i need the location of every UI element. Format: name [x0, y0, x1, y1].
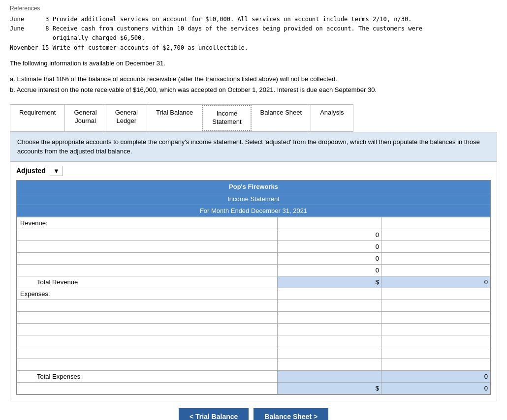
tab-trial-balance[interactable]: Trial Balance: [147, 105, 202, 131]
final-row: $ 0: [17, 382, 490, 394]
table-row: 0: [17, 240, 490, 252]
journal-entry-2b: originally charged $6,500.: [10, 33, 497, 43]
tab-income-statement[interactable]: Income Statement: [202, 105, 251, 131]
total-expenses-row: Total Expenses 0: [17, 370, 490, 382]
expenses-section-row: Expenses:: [17, 288, 490, 300]
note-b: b. Accrue interest on the note receivabl…: [10, 85, 497, 95]
adjusted-dropdown[interactable]: ▼: [50, 166, 63, 176]
table-row: 0: [17, 252, 490, 264]
revenue-section-row: Revenue:: [17, 217, 490, 229]
expense-amt-6: [277, 359, 381, 370]
following-info: The following information is available o…: [10, 60, 497, 67]
expense-total-6: [381, 359, 490, 370]
instruction-box: Choose the appropriate accounts to compl…: [10, 132, 497, 162]
expense-total-2: [381, 311, 490, 323]
expense-amt-4: [277, 335, 381, 347]
expense-total-3: [381, 323, 490, 335]
total-revenue-row: Total Revenue $ 0: [17, 276, 490, 288]
income-statement-table: Revenue: 0 0 0 0: [17, 217, 490, 394]
tab-requirement[interactable]: Requirement: [10, 105, 65, 131]
statement-wrapper: Pop's Fireworks Income Statement For Mon…: [16, 180, 491, 395]
tab-general-journal[interactable]: General Journal: [65, 105, 106, 131]
tab-balance-sheet[interactable]: Balance Sheet: [252, 105, 312, 131]
total-revenue-dollar: $: [277, 276, 381, 288]
adjusted-row: Adjusted ▼: [10, 162, 497, 180]
expenses-header-total: [381, 288, 490, 300]
expenses-label: Expenses:: [17, 288, 278, 300]
tab-general-ledger[interactable]: General Ledger: [106, 105, 147, 131]
final-dollar: $: [277, 382, 381, 394]
main-content: Choose the appropriate accounts to compl…: [10, 132, 497, 401]
revenue-total-2: [381, 240, 490, 252]
table-row: [17, 347, 490, 359]
revenue-name-3[interactable]: [17, 252, 278, 264]
table-row: [17, 359, 490, 370]
expense-name-5[interactable]: [17, 347, 278, 359]
expense-total-4: [381, 335, 490, 347]
total-expenses-label: Total Expenses: [17, 370, 278, 382]
table-row: 0: [17, 264, 490, 276]
journal-entry-1: June 3 Provide additional services on ac…: [10, 15, 497, 24]
table-row: [17, 311, 490, 323]
statement-period: For Month Ended December 31, 2021: [17, 205, 490, 217]
total-expenses-amt: [277, 370, 381, 382]
revenue-header-amt: [277, 217, 381, 229]
total-revenue-value: 0: [381, 276, 490, 288]
expense-name-6[interactable]: [17, 359, 278, 370]
table-row: [17, 323, 490, 335]
note-a: a. Estimate that 10% of the balance of a…: [10, 74, 497, 85]
expense-name-2[interactable]: [17, 311, 278, 323]
next-button[interactable]: Balance Sheet >: [254, 408, 328, 420]
statement-title: Income Statement: [17, 193, 490, 205]
tabs-container: Requirement General Journal General Ledg…: [10, 104, 353, 132]
revenue-name-2[interactable]: [17, 240, 278, 252]
expense-total-1: [381, 300, 490, 311]
journal-entries: June 3 Provide additional services on ac…: [10, 15, 497, 53]
journal-entry-2: June 8 Receive cash from customers withi…: [10, 24, 497, 33]
bottom-nav: < Trial Balance Balance Sheet >: [10, 408, 497, 420]
chevron-down-icon: ▼: [53, 167, 60, 175]
revenue-name-1[interactable]: [17, 229, 278, 240]
expenses-header-amt: [277, 288, 381, 300]
expense-name-1[interactable]: [17, 300, 278, 311]
adjusted-label: Adjusted: [16, 167, 46, 175]
final-value: 0: [381, 382, 490, 394]
revenue-amt-1: 0: [277, 229, 381, 240]
table-row: 0: [17, 229, 490, 240]
table-row: [17, 300, 490, 311]
expense-amt-3: [277, 323, 381, 335]
table-row: [17, 335, 490, 347]
revenue-total-3: [381, 252, 490, 264]
references-label: References: [10, 5, 497, 12]
company-name: Pop's Fireworks: [17, 180, 490, 193]
notes: a. Estimate that 10% of the balance of a…: [10, 74, 497, 95]
final-label[interactable]: [17, 382, 278, 394]
total-revenue-label: Total Revenue: [17, 276, 278, 288]
total-expenses-value: 0: [381, 370, 490, 382]
tab-analysis[interactable]: Analysis: [311, 105, 352, 131]
expense-amt-2: [277, 311, 381, 323]
revenue-amt-4: 0: [277, 264, 381, 276]
expense-amt-1: [277, 300, 381, 311]
expense-name-4[interactable]: [17, 335, 278, 347]
revenue-name-4[interactable]: [17, 264, 278, 276]
revenue-label: Revenue:: [17, 217, 278, 229]
prev-button[interactable]: < Trial Balance: [179, 408, 249, 420]
expense-amt-5: [277, 347, 381, 359]
revenue-amt-2: 0: [277, 240, 381, 252]
revenue-total-1: [381, 229, 490, 240]
revenue-amt-3: 0: [277, 252, 381, 264]
journal-entry-3: November 15 Write off customer accounts …: [10, 43, 497, 53]
revenue-header-total: [381, 217, 490, 229]
revenue-total-4: [381, 264, 490, 276]
expense-name-3[interactable]: [17, 323, 278, 335]
expense-total-5: [381, 347, 490, 359]
